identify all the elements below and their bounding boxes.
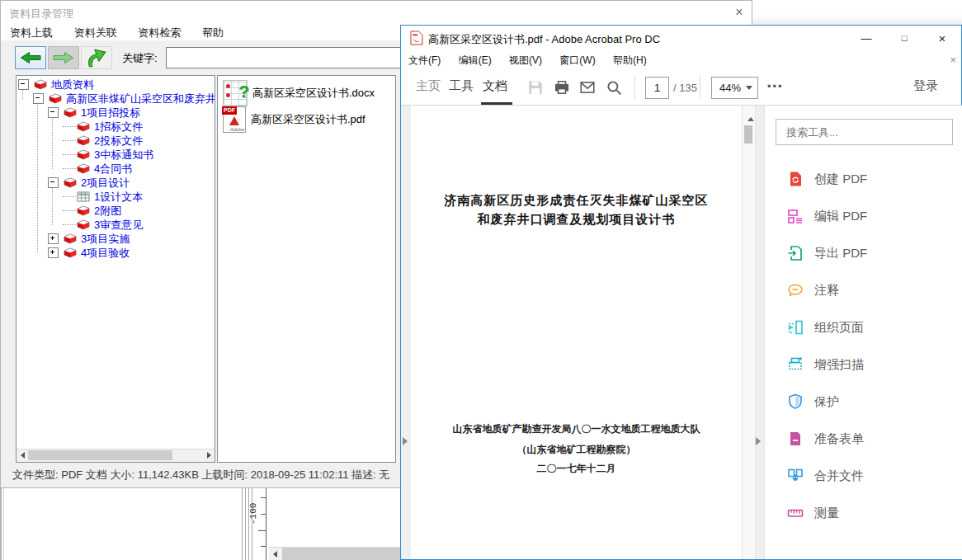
menu-item-relate[interactable]: 资料关联 bbox=[65, 24, 126, 40]
tool-comment[interactable]: 注释 bbox=[765, 276, 962, 304]
expand-plus-icon[interactable] bbox=[48, 247, 59, 258]
page-count: / 135 bbox=[673, 82, 697, 94]
tree-node[interactable]: 2投标文件 bbox=[17, 134, 215, 148]
toolbar-overflow-button[interactable]: ••• bbox=[767, 80, 784, 92]
collapse-minus-icon[interactable] bbox=[48, 177, 59, 188]
book-icon bbox=[49, 93, 62, 104]
tool-prepare-form[interactable]: 准备表单 bbox=[765, 425, 962, 453]
tool-organize-pages[interactable]: 组织页面 bbox=[765, 313, 962, 341]
tool-protect[interactable]: 保护 bbox=[765, 388, 962, 416]
tree-node[interactable]: 2附图 bbox=[17, 204, 215, 218]
prepare-form-icon bbox=[787, 431, 804, 447]
list-item[interactable]: ? 高新区采空区设计书.docx bbox=[223, 80, 375, 106]
catalog-toolbar: 关键字: bbox=[1, 40, 401, 73]
tree-horizontal-scrollbar[interactable] bbox=[17, 449, 215, 462]
tree-node[interactable]: 3审查意见 bbox=[17, 218, 215, 232]
tree-node[interactable]: 1招标文件 bbox=[17, 120, 215, 134]
close-bar-icon[interactable]: × bbox=[950, 54, 956, 66]
menu-item-help[interactable]: 帮助(H) bbox=[606, 50, 654, 68]
tree-node[interactable]: 4项目验收 bbox=[17, 246, 215, 260]
tree-node[interactable]: 4合同书 bbox=[17, 162, 215, 176]
ruler-tick bbox=[261, 497, 266, 498]
comment-icon bbox=[787, 282, 804, 299]
collapse-minus-icon[interactable] bbox=[33, 93, 44, 104]
zoom-level-dropdown[interactable]: 44% bbox=[711, 77, 758, 99]
pdf-footer-line3: 二〇一七年十二月 bbox=[411, 462, 742, 476]
tools-pane-collapse-handle[interactable] bbox=[756, 434, 761, 449]
scroll-right-icon[interactable] bbox=[203, 449, 215, 461]
status-bar: 文件类型: PDF 文档 大小: 11,142.43KB 上载时间: 2018-… bbox=[12, 468, 389, 482]
measure-icon bbox=[787, 505, 804, 521]
keyword-input[interactable] bbox=[166, 47, 403, 68]
tool-create-pdf[interactable]: 创建 PDF bbox=[765, 165, 962, 193]
book-icon bbox=[77, 205, 90, 216]
toolbar-separator bbox=[700, 75, 700, 99]
pdf-footer-line1: 山东省地质矿产勘查开发局八〇一水文地质工程地质大队 bbox=[411, 422, 742, 436]
menu-item-upload[interactable]: 资料上载 bbox=[1, 24, 62, 40]
tree-node[interactable]: 1项目招投标 bbox=[17, 106, 215, 120]
tree-node[interactable]: 3中标通知书 bbox=[17, 148, 215, 162]
sign-in-button[interactable]: 登录 bbox=[913, 78, 938, 94]
search-icon[interactable] bbox=[606, 79, 622, 96]
window-title: 高新区采空区设计书.pdf - Adobe Acrobat Pro DC bbox=[428, 32, 660, 47]
search-tools-input[interactable] bbox=[776, 119, 953, 145]
tree-node[interactable]: 地质资料 bbox=[17, 78, 215, 92]
book-icon bbox=[77, 219, 90, 230]
ruler-tick-major bbox=[258, 530, 266, 531]
tab-document[interactable]: 文档 bbox=[483, 78, 507, 94]
background-window-border-inner bbox=[3, 488, 4, 560]
adobe-swirl-icon bbox=[229, 116, 239, 125]
background-horizontal-scrollbar[interactable] bbox=[269, 547, 401, 560]
scrollbar-thumb[interactable] bbox=[282, 548, 401, 560]
book-icon bbox=[64, 107, 77, 118]
back-button[interactable] bbox=[15, 46, 46, 69]
tool-enhance-scans[interactable]: 增强扫描 bbox=[765, 351, 962, 379]
tree-node[interactable]: 2项目设计 bbox=[17, 176, 215, 190]
page-number-input[interactable] bbox=[645, 77, 669, 99]
menu-item-edit[interactable]: 编辑(E) bbox=[451, 50, 499, 68]
menu-item-help[interactable]: 帮助 bbox=[193, 24, 233, 40]
scrollbar-thumb[interactable] bbox=[744, 125, 752, 144]
acrobat-toolbar: 主页 工具 文档 / 135 44% ••• 登录 bbox=[401, 68, 961, 106]
tool-combine-files[interactable]: 合并文件 bbox=[765, 462, 962, 490]
tool-edit-pdf[interactable]: 编辑 PDF bbox=[765, 202, 962, 230]
scroll-left-icon[interactable] bbox=[269, 548, 281, 560]
acrobat-titlebar: 高新区采空区设计书.pdf - Adobe Acrobat Pro DC — □… bbox=[401, 26, 961, 50]
collapse-minus-icon[interactable] bbox=[48, 107, 59, 118]
forward-arrow-icon bbox=[53, 51, 74, 64]
scrollbar-thumb[interactable] bbox=[28, 450, 172, 460]
tool-measure[interactable]: 测量 bbox=[765, 499, 962, 527]
close-icon[interactable]: × bbox=[727, 2, 752, 23]
acrobat-content-area: 济南高新区历史形成责任灭失非煤矿山采空区 和废弃井口调查及规划项目设计书 山东省… bbox=[401, 106, 961, 559]
document-vertical-scrollbar[interactable] bbox=[742, 106, 756, 559]
email-icon[interactable] bbox=[579, 79, 596, 96]
nav-pane-expand-handle[interactable] bbox=[403, 434, 408, 449]
minimize-icon[interactable]: — bbox=[847, 26, 885, 50]
toolbar-separator bbox=[634, 75, 635, 99]
tab-home[interactable]: 主页 bbox=[416, 78, 441, 94]
forward-button[interactable] bbox=[48, 46, 79, 69]
tool-export-pdf[interactable]: 导出 PDF bbox=[765, 239, 962, 267]
file-name[interactable]: 高新区采空区设计书.docx bbox=[252, 86, 375, 101]
refresh-button[interactable] bbox=[81, 46, 112, 69]
save-icon[interactable] bbox=[527, 79, 544, 96]
ruler-axis-line bbox=[266, 488, 266, 560]
protect-icon bbox=[787, 393, 804, 410]
tab-tools[interactable]: 工具 bbox=[449, 78, 474, 94]
print-icon[interactable] bbox=[554, 79, 570, 96]
collapse-minus-icon[interactable] bbox=[18, 79, 29, 90]
expand-plus-icon[interactable] bbox=[48, 233, 59, 244]
menu-item-search[interactable]: 资料检索 bbox=[129, 24, 190, 40]
tree-node[interactable]: 1设计文本 bbox=[17, 190, 215, 204]
close-icon[interactable]: × bbox=[923, 26, 961, 50]
tree-node[interactable]: 高新区非煤矿山采空区和废弃井口 bbox=[17, 92, 215, 106]
menu-item-window[interactable]: 窗口(W) bbox=[552, 50, 602, 68]
file-name[interactable]: 高新区采空区设计书.pdf bbox=[251, 112, 365, 127]
maximize-icon[interactable]: □ bbox=[885, 26, 923, 50]
tree-node[interactable]: 3项目实施 bbox=[17, 232, 215, 246]
scroll-left-icon[interactable] bbox=[17, 449, 28, 461]
list-item[interactable]: PDF Adobe 高新区采空区设计书.pdf bbox=[223, 106, 365, 133]
menu-item-view[interactable]: 视图(V) bbox=[502, 50, 549, 68]
refresh-arrow-icon bbox=[85, 46, 108, 69]
menu-item-file[interactable]: 文件(F) bbox=[401, 50, 448, 68]
